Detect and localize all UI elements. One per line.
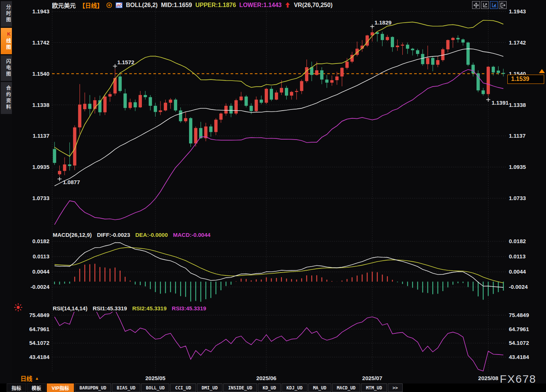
svg-text:1.0935: 1.0935	[509, 164, 526, 170]
svg-text:2025/06: 2025/06	[256, 375, 276, 381]
svg-text:64.7961: 64.7961	[509, 326, 529, 332]
sidebar-item-contract-info[interactable]: 合约资料	[1, 82, 12, 114]
svg-text:2025/05: 2025/05	[145, 375, 165, 381]
svg-text:75.4849: 75.4849	[509, 312, 529, 318]
boll-lower-value: LOWER:1.1443	[239, 2, 282, 9]
svg-text:1.1742: 1.1742	[32, 39, 49, 46]
axis-labels: 1.19431.19431.17421.17421.15401.15401.13…	[29, 8, 529, 381]
rsi-layer	[55, 306, 503, 371]
svg-text:43.4184: 43.4184	[29, 354, 50, 360]
tab-kd-ud[interactable]: KD_UD	[258, 383, 281, 392]
svg-text:1.1338: 1.1338	[509, 102, 526, 108]
sidebar-item-label: 闪电图	[1, 59, 12, 78]
tab-mtm-ud[interactable]: MTM_UD	[361, 383, 387, 392]
symbol-name: 欧元美元	[52, 1, 76, 10]
vr-label: VR(26,70,250)	[294, 2, 332, 9]
chart-toolbar	[472, 1, 507, 9]
indicator-tab-bar: 指标 模板 VIP指标 BARUPDN_UD BIAS_UD BOLL_UD C…	[0, 383, 546, 392]
period-selector-label: 日线	[20, 374, 32, 383]
period-selector[interactable]: 日线 ▲	[20, 374, 39, 383]
chart-header: 欧元美元 【日线】 BOLL(26,2) MID:1.1659 UPPER:1.…	[52, 0, 332, 10]
macd-dea-value: DEA:-0.0000	[135, 232, 168, 238]
tab-kdj-ud[interactable]: KDJ_UD	[282, 383, 307, 392]
tab-indicator[interactable]: 指标	[7, 383, 26, 392]
sidebar-item-flash-chart[interactable]: 闪电图	[1, 55, 12, 81]
svg-text:54.1072: 54.1072	[509, 340, 529, 346]
last-price-tag: 1.1539	[507, 75, 544, 84]
rsi-name: RSI(14,14,14)	[53, 305, 87, 311]
svg-text:0.0113: 0.0113	[509, 253, 526, 259]
price-up-triangle	[539, 69, 545, 73]
bollinger-layer	[55, 20, 503, 225]
macd-name: MACD(26,12,9)	[53, 232, 92, 238]
svg-text:1.1391: 1.1391	[491, 99, 508, 106]
svg-text:43.4184: 43.4184	[509, 354, 529, 360]
rsi3-value: RSI3:45.3319	[172, 305, 207, 311]
svg-text:54.1072: 54.1072	[29, 340, 49, 346]
macd-layer	[55, 243, 503, 302]
svg-text:1.1572: 1.1572	[117, 59, 134, 65]
svg-text:1.0733: 1.0733	[509, 195, 526, 201]
svg-text:2025/08: 2025/08	[478, 375, 498, 381]
sidebar-item-label: 分时图	[1, 4, 12, 23]
svg-text:1.1943: 1.1943	[32, 8, 49, 14]
boll-mid-value: MID:1.1659	[161, 2, 192, 9]
macd-macd-value: MACD:-0.0044	[173, 232, 211, 238]
auto-scale-icon[interactable]	[490, 1, 498, 9]
tab-template[interactable]: 模板	[27, 383, 46, 392]
boll-label: BOLL(26,2)	[126, 2, 157, 9]
svg-text:1.1137: 1.1137	[509, 133, 526, 139]
svg-text:1.0733: 1.0733	[32, 195, 49, 201]
svg-text:75.4849: 75.4849	[29, 312, 49, 318]
svg-text:64.7961: 64.7961	[29, 326, 49, 332]
svg-text:2025/07: 2025/07	[362, 375, 382, 381]
tab-inside-ud[interactable]: INSIDE_UD	[223, 383, 257, 392]
macd-pane-header: MACD(26,12,9) DIFF:-0.0023 DEA:-0.0000 M…	[53, 231, 211, 239]
macd-diff-value: DIFF:-0.0023	[97, 232, 130, 238]
pan-move-icon[interactable]	[472, 1, 480, 9]
alert-sun-icon	[13, 303, 23, 314]
sidebar-item-timeshare-chart[interactable]: 分时图	[1, 1, 12, 27]
exit-fullscreen-icon[interactable]	[499, 1, 507, 9]
rsi-pane-header: RSI(14,14,14) RSI1:45.3319 RSI2:45.3319 …	[53, 304, 206, 312]
sidebar-item-label: 线图	[1, 38, 12, 51]
tab-more[interactable]: >>	[388, 383, 403, 392]
mini-chart-icon[interactable]	[116, 2, 123, 8]
left-sidebar: 分时图 K线图 闪电图 合约资料	[0, 0, 12, 392]
tab-vip-indicator[interactable]: VIP指标	[47, 383, 74, 392]
tab-macd-ud[interactable]: MACD_UD	[332, 383, 361, 392]
trading-app-window: 1.19431.19431.17421.17421.15401.15401.13…	[0, 0, 546, 392]
svg-text:1.1540: 1.1540	[32, 71, 49, 77]
circle-plus-icon[interactable]	[106, 2, 112, 8]
tab-barupdn-ud[interactable]: BARUPDN_UD	[75, 383, 111, 392]
svg-text:1.1943: 1.1943	[509, 8, 526, 14]
svg-text:0.0182: 0.0182	[32, 238, 49, 244]
svg-text:1.1338: 1.1338	[32, 102, 49, 108]
dropdown-up-icon: ▲	[35, 376, 39, 380]
rsi2-value: RSI2:45.3319	[132, 305, 167, 311]
tab-cci-ud[interactable]: CCI_UD	[170, 383, 196, 392]
main-chart-canvas[interactable]: 1.19431.19431.17421.17421.15401.15401.13…	[0, 0, 546, 392]
svg-text:0.0044: 0.0044	[32, 268, 50, 275]
sidebar-item-label: K	[1, 31, 12, 38]
svg-text:-0.0024: -0.0024	[509, 284, 528, 290]
boll-upper-value: UPPER:1.1876	[195, 2, 236, 9]
svg-text:0.0182: 0.0182	[509, 238, 526, 244]
rsi1-value: RSI1:45.3319	[92, 305, 127, 311]
svg-text:1.1742: 1.1742	[509, 39, 526, 46]
red-up-arrow-icon	[285, 2, 290, 8]
sidebar-item-kline-chart[interactable]: K线图	[1, 28, 12, 54]
svg-text:0.0113: 0.0113	[33, 253, 49, 259]
tab-boll-ud[interactable]: BOLL_UD	[141, 383, 170, 392]
tab-bias-ud[interactable]: BIAS_UD	[112, 383, 140, 392]
period-tag[interactable]: 【日线】	[79, 1, 103, 10]
svg-text:0.0044: 0.0044	[509, 268, 526, 275]
tab-dmi-ud[interactable]: DMI_UD	[197, 383, 222, 392]
axis-scale-icon[interactable]	[481, 1, 489, 9]
tab-ma-ud[interactable]: MA_UD	[308, 383, 331, 392]
candlestick-layer	[53, 29, 505, 176]
sidebar-item-label: 合约资料	[1, 85, 12, 111]
svg-text:-0.0024: -0.0024	[30, 284, 50, 290]
svg-text:1.1829: 1.1829	[374, 19, 391, 26]
svg-text:1.0935: 1.0935	[32, 164, 49, 170]
